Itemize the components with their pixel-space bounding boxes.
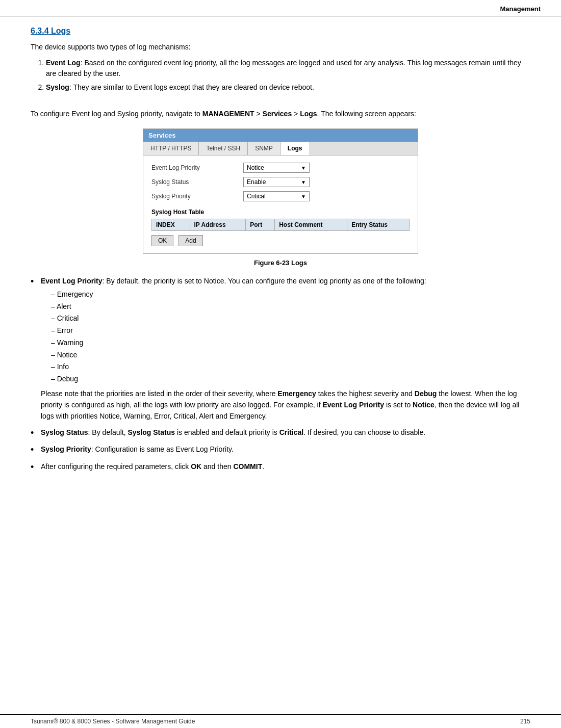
nav-prefix: To configure Event log and Syslog priori… [31,110,202,118]
priority-debug: Debug [51,374,530,385]
bold-critical: Critical [279,428,303,436]
services-tabs: HTTP / HTTPS Telnet / SSH SNMP Logs [143,142,418,155]
col-ip: IP Address [190,219,246,231]
bullet-content-1: Event Log Priority: By default, the prio… [41,276,530,422]
bold-event-log-priority: Event Log Priority [322,401,384,409]
priority-paragraph: Please note that the priorities are list… [41,388,530,422]
page-header: Management [0,0,561,16]
bullet-after-config: • After configuring the required paramet… [31,461,530,473]
bullet-syslog-priority-text: : Configuration is same as Event Log Pri… [91,445,234,453]
services-panel: Services HTTP / HTTPS Telnet / SSH SNMP … [143,128,418,254]
eventlog-term: Event Log [46,59,81,67]
list-item-syslog: Syslog: They are similar to Event logs e… [46,82,530,93]
footer-right: 215 [520,718,530,725]
col-entry-status: Entry Status [347,219,410,231]
bullet-syslog-status-text: : By default, Syslog Status is enabled a… [88,428,426,436]
priority-error: Error [51,325,530,336]
syslog-priority-label: Syslog Priority [151,193,243,200]
bullet-intro-1: : By default, the priority is set to Not… [103,277,426,285]
tab-http-https[interactable]: HTTP / HTTPS [143,142,199,155]
intro-text: The device supports two types of log mec… [31,42,530,53]
bold-ok: OK [191,462,201,471]
priority-alert: Alert [51,301,530,313]
event-log-priority-label: Event Log Priority [151,164,243,171]
priority-emergency: Emergency [51,289,530,300]
nav-gt1: > [254,110,263,118]
section-title: 6.3.4 Logs [31,27,530,36]
services-body: Event Log Priority Notice ▼ Syslog Statu… [143,155,418,253]
ok-button[interactable]: OK [151,235,173,246]
syslog-desc: : They are similar to Event logs except … [69,83,314,91]
tab-telnet-ssh[interactable]: Telnet / SSH [199,142,248,155]
syslog-host-title: Syslog Host Table [151,209,410,216]
list-item-eventlog: Event Log: Based on the configured event… [46,58,530,79]
nav-management: MANAGEMENT [202,110,254,118]
page-content: 6.3.4 Logs The device supports two types… [0,16,561,509]
col-index: INDEX [152,219,190,231]
services-panel-title: Services [143,129,418,142]
syslog-status-select[interactable]: Enable ▼ [243,177,310,187]
host-table: INDEX IP Address Port Host Comment Entry… [151,219,410,231]
syslog-status-arrow: ▼ [301,179,306,185]
form-row-syslog-priority: Syslog Priority Critical ▼ [151,191,410,201]
syslog-priority-value: Critical [247,193,266,200]
bold-syslog-status: Syslog Status [128,428,175,436]
syslog-status-label: Syslog Status [151,178,243,186]
bullet-content-3: Syslog Priority: Configuration is same a… [41,444,530,456]
event-log-priority-arrow: ▼ [301,165,306,171]
priority-warning: Warning [51,337,530,349]
bullet-syslog-priority: • Syslog Priority: Configuration is same… [31,444,530,456]
bullet-content-4: After configuring the required parameter… [41,461,530,473]
footer-left: Tsunami® 800 & 8000 Series - Software Ma… [31,718,195,725]
bullet-term-syslog-priority: Syslog Priority [41,445,91,453]
bullet-dot-2: • [31,427,41,439]
bold-commit: COMMIT [233,462,262,471]
col-port: Port [246,219,275,231]
nav-gt2: > [292,110,300,118]
event-log-priority-select[interactable]: Notice ▼ [243,163,310,173]
bold-emergency: Emergency [277,389,316,398]
priority-info: Info [51,361,530,373]
col-host-comment: Host Comment [275,219,347,231]
bullets-section: • Event Log Priority: By default, the pr… [31,276,530,473]
syslog-status-value: Enable [247,178,266,186]
tab-logs[interactable]: Logs [280,142,310,155]
bullet-dot-3: • [31,444,41,456]
syslog-term: Syslog [46,83,69,91]
bold-debug: Debug [415,389,437,398]
bullet-event-log-priority: • Event Log Priority: By default, the pr… [31,276,530,422]
bold-notice: Notice [413,401,435,409]
page-footer: Tsunami® 800 & 8000 Series - Software Ma… [0,714,561,728]
nav-services: Services [263,110,292,118]
nav-logs: Logs [300,110,317,118]
table-buttons: OK Add [151,235,410,246]
eventlog-desc: : Based on the configured event log prio… [46,59,521,77]
priority-sub-list: Emergency Alert Critical Error Warning N… [51,289,530,385]
table-header-row: INDEX IP Address Port Host Comment Entry… [152,219,410,231]
after-config-text: After configuring the required parameter… [41,462,264,471]
syslog-priority-arrow: ▼ [301,194,306,199]
add-button[interactable]: Add [178,235,202,246]
bullet-syslog-status: • Syslog Status: By default, Syslog Stat… [31,427,530,439]
bullet-term-event-log: Event Log Priority [41,277,103,285]
bullet-content-2: Syslog Status: By default, Syslog Status… [41,427,530,439]
log-types-list: Event Log: Based on the configured event… [46,58,530,93]
bullet-dot-1: • [31,276,41,422]
bullet-dot-4: • [31,461,41,473]
form-row-event-log-priority: Event Log Priority Notice ▼ [151,163,410,173]
chapter-title: Management [500,5,541,13]
priority-notice: Notice [51,350,530,361]
event-log-priority-value: Notice [247,164,264,171]
tab-snmp[interactable]: SNMP [248,142,280,155]
bullet-term-syslog-status: Syslog Status [41,428,88,436]
syslog-priority-select[interactable]: Critical ▼ [243,191,310,201]
nav-text: To configure Event log and Syslog priori… [31,108,530,119]
figure-caption: Figure 6-23 Logs [31,259,530,267]
syslog-host-section: Syslog Host Table INDEX IP Address Port … [151,209,410,246]
nav-suffix: . The following screen appears: [317,110,416,118]
form-row-syslog-status: Syslog Status Enable ▼ [151,177,410,187]
priority-critical: Critical [51,313,530,324]
